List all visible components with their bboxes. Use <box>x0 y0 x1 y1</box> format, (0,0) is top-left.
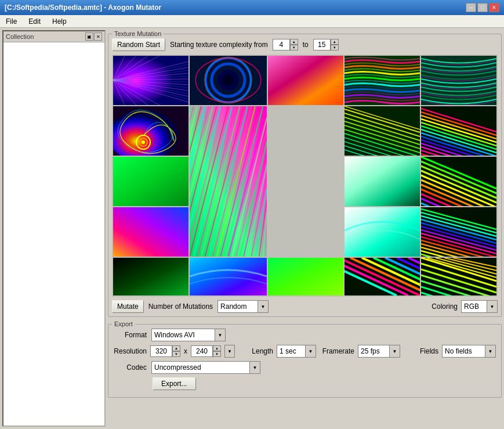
format-input[interactable]: Windows AVI <box>151 329 215 341</box>
fields-dropdown-btn[interactable]: ▼ <box>485 345 496 358</box>
from-up-btn[interactable]: ▲ <box>290 39 298 45</box>
to-spinbox[interactable]: 15 ▲ ▼ <box>313 39 339 51</box>
codec-label: Codec <box>112 363 147 372</box>
svg-point-28 <box>222 74 234 86</box>
svg-rect-114 <box>345 207 420 257</box>
svg-rect-132 <box>268 258 343 295</box>
texture-cell-2[interactable] <box>190 56 267 105</box>
texture-cell-15[interactable] <box>421 207 496 257</box>
texture-cell-12[interactable] <box>421 157 496 206</box>
format-dropdown-btn[interactable]: ▼ <box>215 329 226 341</box>
to-input[interactable]: 15 <box>313 39 331 51</box>
codec-combo[interactable]: Uncompressed ▼ <box>151 361 260 374</box>
title-bar: [C:/Softpedia/Softpedia.amtc] - Axogon M… <box>0 0 504 15</box>
fields-label: Fields <box>404 347 438 355</box>
height-down[interactable]: ▼ <box>213 351 221 357</box>
num-mutations-input[interactable]: Random <box>217 300 258 313</box>
mutate-button[interactable]: Mutate <box>112 300 144 313</box>
export-format-row: Format Windows AVI ▼ <box>112 329 498 341</box>
framerate-combo[interactable]: 25 fps ▼ <box>358 345 400 358</box>
window-controls: ─ □ ✕ <box>466 3 499 12</box>
from-input[interactable]: 4 <box>273 39 290 51</box>
texture-cell-b3[interactable] <box>268 258 343 295</box>
codec-dropdown-btn[interactable]: ▼ <box>250 361 260 374</box>
res-dropdown-btn[interactable]: ▼ <box>224 345 235 358</box>
random-start-button[interactable]: Random Start <box>112 38 165 51</box>
num-mutations-combo[interactable]: Random ▼ <box>217 300 269 313</box>
texture-cell-b1[interactable] <box>113 258 188 295</box>
to-up-btn[interactable]: ▲ <box>331 39 339 45</box>
export-res-row: Resolution 320 ▲ ▼ x 240 ▲ ▼ ▼ <box>112 345 498 358</box>
to-label: to <box>303 41 309 49</box>
texture-cell-4[interactable] <box>345 56 420 105</box>
complexity-from-label: Starting texture complexity from <box>170 41 268 49</box>
texture-cell-13[interactable] <box>113 207 188 257</box>
height-up[interactable]: ▲ <box>213 345 221 351</box>
sidebar-header: Collection ▣ ✕ <box>3 31 104 42</box>
export-btn-row: Export... <box>112 377 498 390</box>
texture-cell-b2[interactable] <box>190 258 267 295</box>
texture-cell-1[interactable] <box>113 56 188 105</box>
texture-cell-9[interactable] <box>345 106 420 156</box>
texture-cell-10[interactable] <box>421 106 496 156</box>
sidebar-close-btn[interactable]: ✕ <box>94 33 102 41</box>
minimize-button[interactable]: ─ <box>466 3 476 12</box>
framerate-dropdown-btn[interactable]: ▼ <box>390 345 400 358</box>
sidebar: Collection ▣ ✕ <box>2 30 106 427</box>
menu-help[interactable]: Help <box>46 16 72 27</box>
main-layout: Collection ▣ ✕ Texture Mutation Random S… <box>0 28 504 429</box>
framerate-input[interactable]: 25 fps <box>358 345 390 358</box>
coloring-dropdown[interactable]: ▼ <box>487 300 498 313</box>
format-combo[interactable]: Windows AVI ▼ <box>151 329 226 341</box>
texture-cell-b4[interactable] <box>345 258 420 295</box>
length-input[interactable]: 1 sec <box>277 345 306 358</box>
texture-mutation-title: Texture Mutation <box>112 30 164 37</box>
menu-edit[interactable]: Edit <box>23 16 46 27</box>
length-label: Length <box>238 347 273 355</box>
menu-file[interactable]: File <box>0 16 23 27</box>
width-up[interactable]: ▲ <box>172 345 180 351</box>
texture-mutation-panel: Texture Mutation Random Start Starting t… <box>108 30 502 317</box>
x-separator: x <box>184 347 187 355</box>
export-panel: Export Format Windows AVI ▼ Resolution 3… <box>108 320 502 398</box>
sidebar-restore-btn[interactable]: ▣ <box>85 33 93 41</box>
tm-bottom-controls: Mutate Number of Mutations Random ▼ Colo… <box>112 300 498 313</box>
texture-cell-7[interactable] <box>113 157 188 206</box>
width-down[interactable]: ▼ <box>172 351 180 357</box>
texture-cell-5[interactable] <box>421 56 496 105</box>
maximize-button[interactable]: □ <box>477 3 488 12</box>
texture-cell-3[interactable] <box>268 56 343 105</box>
resolution-label: Resolution <box>112 347 147 355</box>
fields-combo[interactable]: No fields ▼ <box>442 345 496 358</box>
texture-cell-b5[interactable] <box>421 258 496 295</box>
height-input[interactable]: 240 <box>191 345 213 357</box>
svg-point-38 <box>142 140 145 144</box>
texture-grid <box>112 55 498 297</box>
coloring-combo[interactable]: RGB ▼ <box>461 300 498 313</box>
width-input[interactable]: 320 <box>150 345 172 357</box>
close-button[interactable]: ✕ <box>489 3 499 12</box>
sidebar-title: Collection <box>6 33 34 40</box>
tm-bottom-left: Mutate Number of Mutations Random ▼ <box>112 300 269 313</box>
fields-input[interactable]: No fields <box>442 345 485 358</box>
from-down-btn[interactable]: ▼ <box>290 45 298 51</box>
length-dropdown-btn[interactable]: ▼ <box>306 345 316 358</box>
texture-cell-6[interactable] <box>113 106 188 156</box>
to-down-btn[interactable]: ▼ <box>331 45 339 51</box>
coloring-input[interactable]: RGB <box>461 300 487 313</box>
texture-cell-14[interactable] <box>345 207 420 257</box>
sidebar-content <box>3 42 104 426</box>
export-button[interactable]: Export... <box>153 377 196 390</box>
length-combo[interactable]: 1 sec ▼ <box>277 345 316 358</box>
num-mutations-dropdown[interactable]: ▼ <box>258 300 269 313</box>
tm-bottom-right: Coloring RGB ▼ <box>432 300 498 313</box>
height-spinbox[interactable]: 240 ▲ ▼ <box>191 345 221 357</box>
codec-input[interactable]: Uncompressed <box>151 361 250 374</box>
texture-cell-11[interactable] <box>345 157 420 206</box>
texture-cell-large[interactable] <box>190 106 267 257</box>
sidebar-controls: ▣ ✕ <box>85 33 102 41</box>
from-spinbox[interactable]: 4 ▲ ▼ <box>273 39 298 51</box>
width-spinbox[interactable]: 320 ▲ ▼ <box>150 345 180 357</box>
menu-bar: File Edit Help <box>0 15 504 28</box>
svg-rect-131 <box>190 258 267 295</box>
